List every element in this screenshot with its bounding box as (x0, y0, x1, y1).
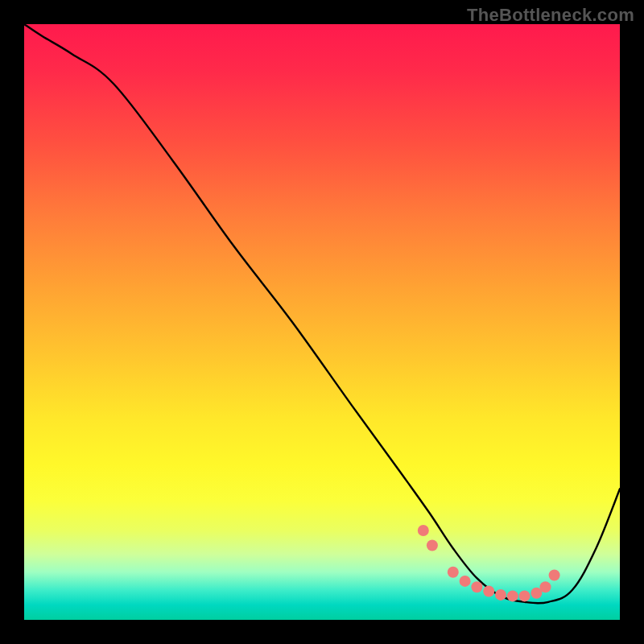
highlight-beads (418, 525, 560, 601)
bead (519, 590, 530, 601)
curve-svg (24, 24, 620, 620)
bead (540, 581, 551, 592)
bead (460, 576, 471, 587)
plot-area (24, 24, 620, 620)
bead (549, 570, 560, 581)
bead (507, 590, 518, 601)
bead (448, 567, 459, 578)
attribution-text: TheBottleneck.com (467, 5, 634, 26)
bead (418, 525, 429, 536)
bead (483, 586, 494, 597)
bead (471, 581, 482, 592)
bead (427, 540, 438, 551)
bottleneck-curve (24, 24, 620, 603)
bead (495, 589, 506, 601)
outer-frame: TheBottleneck.com (0, 0, 644, 644)
